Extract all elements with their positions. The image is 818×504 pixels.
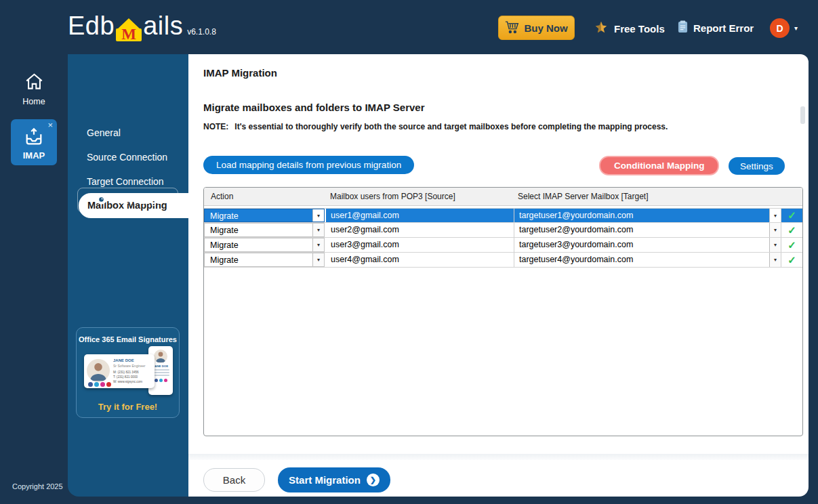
vertical-scrollbar-thumb[interactable]: [800, 106, 805, 124]
sidebar-item-source-connection[interactable]: Source Connection: [68, 146, 188, 168]
close-icon[interactable]: ×: [47, 121, 53, 129]
target-mailbox-dropdown[interactable]: targetuser3@yourdomain.com ▾: [514, 238, 781, 252]
ad-card-role: Sr Software Engineer: [113, 364, 146, 368]
user-avatar-menu[interactable]: D ▾: [770, 18, 798, 38]
start-migration-button[interactable]: Start Migration ❯: [278, 467, 390, 492]
column-header-target: Select IMAP Server Mailbox [Target]: [514, 192, 781, 201]
conditional-mapping-button[interactable]: Conditional Mapping: [599, 156, 719, 175]
youtube-icon: [106, 382, 111, 387]
note-line: NOTE:It's essential to thoroughly verify…: [203, 122, 668, 131]
table-row[interactable]: Migrate ▾ user2@gmail.com targetuser2@yo…: [204, 223, 802, 238]
target-mailbox-dropdown[interactable]: targetuser2@yourdomain.com ▾: [514, 223, 781, 237]
target-mailbox-dropdown[interactable]: targetuser1@yourdomain.com ▾: [514, 209, 781, 222]
cart-icon: [505, 20, 519, 36]
source-mailbox-cell[interactable]: user3@gmail.com: [326, 238, 514, 252]
imap-upload-icon: [24, 138, 44, 149]
source-mailbox-cell[interactable]: user1@gmail.com: [326, 209, 514, 222]
table-row[interactable]: Migrate ▾ user4@gmail.com targetuser4@yo…: [204, 253, 802, 268]
chevron-down-icon[interactable]: ▾: [312, 238, 324, 251]
buy-now-button[interactable]: Buy Now: [498, 16, 575, 40]
action-value: Migrate: [205, 224, 312, 236]
target-value: targetuser2@yourdomain.com: [514, 223, 769, 237]
nav-imap-tile[interactable]: × IMAP: [11, 119, 57, 165]
table-body: Migrate ▾ user1@gmail.com targetuser1@yo…: [204, 206, 802, 268]
ad-card-website: W: www.sigsync.com: [113, 380, 142, 383]
action-value: Migrate: [205, 253, 312, 266]
clipboard-icon: [678, 20, 688, 35]
svg-text:M: M: [121, 26, 136, 42]
footer-divider: [188, 454, 809, 460]
ad-title: Office 365 Email Signatures: [77, 335, 179, 343]
report-error-link[interactable]: Report Error: [678, 20, 754, 35]
copyright-text: Copyright 2025: [12, 482, 63, 490]
mapping-valid-check-icon: ✓: [781, 223, 802, 237]
mapping-valid-check-icon: ✓: [781, 209, 802, 222]
table-row[interactable]: Migrate ▾ user1@gmail.com targetuser1@yo…: [204, 208, 802, 223]
avatar: [87, 359, 110, 382]
free-tools-label: Free Tools: [614, 23, 665, 35]
view-logs-label: View Logs: [115, 194, 162, 206]
chevron-down-icon[interactable]: ▾: [312, 209, 324, 222]
linkedin-icon: [94, 382, 99, 387]
home-icon: [25, 81, 43, 92]
settings-button[interactable]: Settings: [729, 157, 785, 175]
chevron-down-icon[interactable]: ▾: [769, 209, 781, 222]
chevron-down-icon[interactable]: ▾: [312, 224, 324, 236]
ad-card-phone-t: T: (231) 821 0000: [113, 375, 138, 379]
avatar[interactable]: D: [770, 18, 790, 38]
instagram-icon: [100, 382, 105, 387]
arrow-right-circle-icon: ❯: [367, 474, 380, 486]
chevron-down-icon[interactable]: ▾: [769, 253, 781, 267]
left-rail: Home × IMAP Copyright 2025: [0, 54, 68, 504]
target-value: targetuser3@yourdomain.com: [514, 238, 769, 252]
action-dropdown[interactable]: Migrate ▾: [204, 238, 325, 252]
load-mapping-button[interactable]: Load mapping details from previous migra…: [203, 156, 414, 174]
ad-card-name: JANE DOE: [113, 358, 134, 362]
app-logo: Edb M ails v6.1.0.8: [68, 11, 216, 41]
facebook-icon: [88, 382, 93, 387]
action-value: Migrate: [205, 238, 312, 251]
source-mailbox-cell[interactable]: user2@gmail.com: [326, 223, 514, 237]
sigsync-ad-banner[interactable]: Office 365 Email Signatures JANE DOE JAN…: [76, 327, 180, 418]
table-row[interactable]: Migrate ▾ user3@gmail.com targetuser3@yo…: [204, 238, 802, 253]
app-header: Edb M ails v6.1.0.8 Buy Now: [0, 0, 818, 54]
table-header-row: Action Mailbox users from POP3 [Source] …: [204, 188, 802, 206]
column-header-action: Action: [204, 192, 326, 201]
free-tools-link[interactable]: Free Tools: [594, 20, 665, 37]
action-value: Migrate: [205, 209, 312, 222]
ad-cta-link[interactable]: Try it for Free!: [77, 402, 179, 412]
star-tools-icon: [594, 20, 609, 37]
action-dropdown[interactable]: Migrate ▾: [204, 253, 325, 267]
settings-sidebar: General Source Connection Target Connect…: [68, 54, 188, 497]
back-button[interactable]: Back: [203, 468, 265, 492]
imap-label: IMAP: [11, 150, 57, 161]
envelope-logo-icon: M: [115, 18, 142, 42]
nav-home[interactable]: Home: [0, 73, 68, 106]
chevron-down-icon[interactable]: ▾: [769, 238, 781, 252]
source-mailbox-cell[interactable]: user4@gmail.com: [326, 253, 514, 267]
target-mailbox-dropdown[interactable]: targetuser4@yourdomain.com ▾: [514, 253, 781, 267]
ad-signature-card-horizontal: JANE DOE Sr Software Engineer M: (231) 8…: [84, 354, 155, 388]
chevron-down-icon[interactable]: ▾: [312, 253, 324, 266]
report-error-label: Report Error: [693, 22, 754, 34]
note-text: It's essential to thoroughly verify both…: [234, 122, 668, 131]
section-title: Migrate mailboxes and folders to IMAP Se…: [203, 102, 424, 113]
action-dropdown[interactable]: Migrate ▾: [204, 209, 325, 222]
app-version: v6.1.0.8: [187, 27, 216, 41]
ad-social-icons: [88, 382, 111, 387]
main-content-panel: IMAP Migration Migrate mailboxes and fol…: [188, 54, 809, 497]
mapping-valid-check-icon: ✓: [781, 253, 802, 267]
ad-card-phone-m: M: (231) 821 3456: [113, 371, 139, 374]
chevron-down-icon[interactable]: ▾: [769, 223, 781, 237]
action-dropdown[interactable]: Migrate ▾: [204, 223, 325, 237]
note-label: NOTE:: [203, 122, 228, 131]
avatar: [154, 350, 167, 363]
ad-signature-cards-image: JANE DOE JANE DOE Sr Software Engineer M…: [83, 346, 173, 396]
target-value: targetuser4@yourdomain.com: [514, 253, 769, 267]
page-title: IMAP Migration: [203, 67, 277, 79]
start-migration-label: Start Migration: [289, 474, 361, 486]
mapping-valid-check-icon: ✓: [781, 238, 802, 252]
sidebar-item-general[interactable]: General: [68, 122, 188, 144]
view-logs-button[interactable]: View Logs: [77, 188, 178, 213]
chevron-down-icon[interactable]: ▾: [794, 24, 798, 32]
